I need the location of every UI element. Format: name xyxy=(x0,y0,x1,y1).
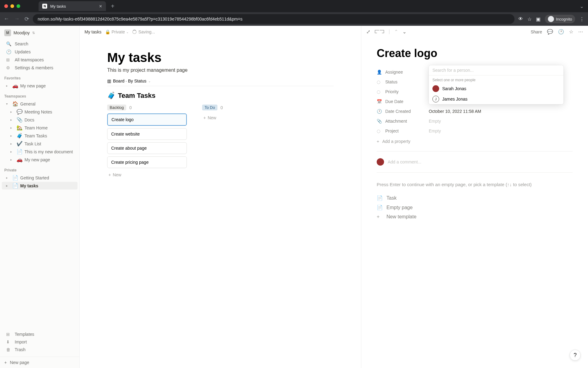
caret-icon[interactable]: ▾ xyxy=(6,102,10,105)
new-page-button[interactable]: + New page xyxy=(0,357,79,368)
property-label[interactable]: 👤 Assignee xyxy=(377,70,429,75)
url-bar[interactable]: notion.so/My-tasks-e6f34988812d420c875c9… xyxy=(33,14,514,24)
template-option[interactable]: 📄Task xyxy=(377,193,573,203)
detail-title[interactable]: Create logo xyxy=(377,47,573,60)
prev-icon[interactable]: ⌃ xyxy=(394,29,398,35)
caret-icon[interactable]: ▸ xyxy=(10,158,15,161)
sidebar-private-item[interactable]: ▸📄Getting Started xyxy=(2,174,77,182)
sidebar-all-teamspaces[interactable]: ⊞ All teamspaces xyxy=(2,56,77,63)
view-tab-board[interactable]: ▥ Board · By Status ⌄ xyxy=(107,79,151,83)
star-icon[interactable]: ☆ xyxy=(527,16,532,22)
property-label[interactable]: ◌ Priority xyxy=(377,89,429,94)
chevron-down-icon[interactable]: ⌄ xyxy=(580,3,584,9)
workspace-switcher[interactable]: M Moodjoy ⇅ xyxy=(0,26,79,40)
next-icon[interactable]: ⌄ xyxy=(402,29,406,35)
status-pill[interactable]: Backlog xyxy=(107,105,126,110)
close-window-icon[interactable] xyxy=(4,4,8,8)
sidebar-teamspace-item[interactable]: ▸🧳Team Tasks xyxy=(2,132,77,140)
sidebar-teamspace-item[interactable]: ▸🚗My new page xyxy=(2,156,77,163)
property-label[interactable]: ◌ Status xyxy=(377,79,429,84)
comment-input[interactable]: Add a comment... xyxy=(377,156,573,168)
person-search-input[interactable] xyxy=(432,68,560,73)
page-title[interactable]: My tasks xyxy=(107,50,334,65)
caret-icon[interactable]: ▸ xyxy=(6,176,10,179)
sidebar-teamspace-item[interactable]: ▸🏡Team Home xyxy=(2,124,77,132)
add-property-button[interactable]: + Add a property xyxy=(377,136,573,147)
minimize-window-icon[interactable] xyxy=(10,4,14,8)
browser-tab[interactable]: N My tasks ✕ xyxy=(39,1,106,11)
forward-button[interactable]: → xyxy=(14,16,20,22)
sidebar-import[interactable]: ⬇ Import xyxy=(2,338,77,346)
template-option[interactable]: +New template xyxy=(377,212,573,221)
help-button[interactable]: ? xyxy=(570,350,581,361)
property-label[interactable]: 🕐 Date Created xyxy=(377,109,429,114)
caret-icon[interactable]: ▸ xyxy=(10,126,15,129)
template-option[interactable]: 📄Empty page xyxy=(377,203,573,212)
status-pill[interactable]: To Do xyxy=(202,105,217,110)
eye-off-icon[interactable]: 👁 xyxy=(518,16,523,22)
property-label[interactable]: ◌ Project xyxy=(377,128,429,133)
sidebar-teamspace-item[interactable]: ▸✔️Task List xyxy=(2,140,77,148)
close-tab-icon[interactable]: ✕ xyxy=(99,4,102,9)
property-row: 📎 Attachment Empty xyxy=(377,116,573,126)
url-text: notion.so/My-tasks-e6f34988812d420c875c9… xyxy=(38,17,243,21)
favorite-icon[interactable]: ☆ xyxy=(569,29,573,35)
back-button[interactable]: ← xyxy=(4,16,9,22)
caret-icon[interactable]: ▸ xyxy=(6,184,10,187)
private-badge[interactable]: 🔒 Private ⌄ xyxy=(105,29,129,34)
board-card[interactable]: Create logo xyxy=(107,113,187,126)
new-card-button[interactable]: +New xyxy=(202,113,282,122)
new-card-button[interactable]: +New xyxy=(107,171,187,179)
spinner-icon xyxy=(132,30,137,34)
trash-icon: 🗑 xyxy=(6,347,12,352)
reload-button[interactable]: ⟳ xyxy=(24,16,29,22)
property-value[interactable]: Empty xyxy=(429,119,573,124)
board-card[interactable]: Create about page xyxy=(107,142,187,154)
property-value[interactable]: October 10, 2022 11:58 AM xyxy=(429,109,573,114)
caret-icon[interactable]: ▸ xyxy=(10,110,15,113)
property-value[interactable]: Empty xyxy=(429,128,573,133)
extensions-icon[interactable]: ▣ xyxy=(536,16,541,22)
person-option[interactable]: J James Jonas xyxy=(429,94,564,104)
plus-icon: + xyxy=(4,360,7,365)
person-option[interactable]: Sarah Jonas xyxy=(429,83,564,94)
sidebar-private-item[interactable]: ▸📄My tasks xyxy=(2,182,77,190)
sidebar-teamspace-item[interactable]: ▸💬Meeting Notes xyxy=(2,108,77,116)
peek-mode-icon[interactable]: ⫍⫎ xyxy=(375,29,384,35)
sidebar-settings[interactable]: ⚙ Settings & members xyxy=(2,64,77,71)
sidebar-favorite-item[interactable]: ▸🚗My new page xyxy=(2,82,77,90)
caret-icon[interactable]: ▸ xyxy=(10,142,15,145)
database-title[interactable]: 🧳 Team Tasks xyxy=(107,92,334,100)
sidebar-teamspace-item[interactable]: ▾🏠General xyxy=(2,100,77,108)
sidebar-teamspace-item[interactable]: ▸📎Docs xyxy=(2,116,77,124)
more-icon[interactable]: ⋯ xyxy=(578,29,583,35)
sidebar-trash[interactable]: 🗑 Trash xyxy=(2,346,77,353)
open-as-page-icon[interactable]: ⤢ xyxy=(366,29,370,35)
sidebar-updates[interactable]: 🕐 Updates xyxy=(2,48,77,56)
page-label: My new page xyxy=(20,83,46,88)
board-column: Backlog 0 Create logoCreate websiteCreat… xyxy=(107,105,187,179)
person-picker-hint: Select one or more people xyxy=(429,75,564,83)
caret-icon[interactable]: ▸ xyxy=(10,118,15,121)
comments-icon[interactable]: 💬 xyxy=(547,29,553,35)
caret-icon[interactable]: ▸ xyxy=(10,150,15,153)
browser-menu-icon[interactable]: ⋮ xyxy=(579,16,584,22)
updates-icon[interactable]: 🕐 xyxy=(558,29,564,35)
page-label: My tasks xyxy=(20,183,38,188)
page-emoji: 📎 xyxy=(17,117,23,123)
property-label[interactable]: 📎 Attachment xyxy=(377,119,429,124)
share-button[interactable]: Share xyxy=(531,29,542,34)
window-controls[interactable] xyxy=(4,4,20,8)
caret-icon[interactable]: ▸ xyxy=(10,134,15,137)
new-tab-button[interactable]: + xyxy=(108,3,117,10)
breadcrumb[interactable]: My tasks xyxy=(85,29,101,34)
sidebar-search[interactable]: 🔍 Search xyxy=(2,40,77,48)
property-label[interactable]: 📅 Due Date xyxy=(377,99,429,104)
board-card[interactable]: Create website xyxy=(107,128,187,140)
caret-icon[interactable]: ▸ xyxy=(6,84,10,87)
board-card[interactable]: Create pricing page xyxy=(107,156,187,168)
maximize-window-icon[interactable] xyxy=(17,4,20,8)
page-description[interactable]: This is my project management page xyxy=(107,67,334,73)
sidebar-templates[interactable]: ⊞ Templates xyxy=(2,331,77,338)
sidebar-teamspace-item[interactable]: ▸📄This is my new document xyxy=(2,148,77,155)
